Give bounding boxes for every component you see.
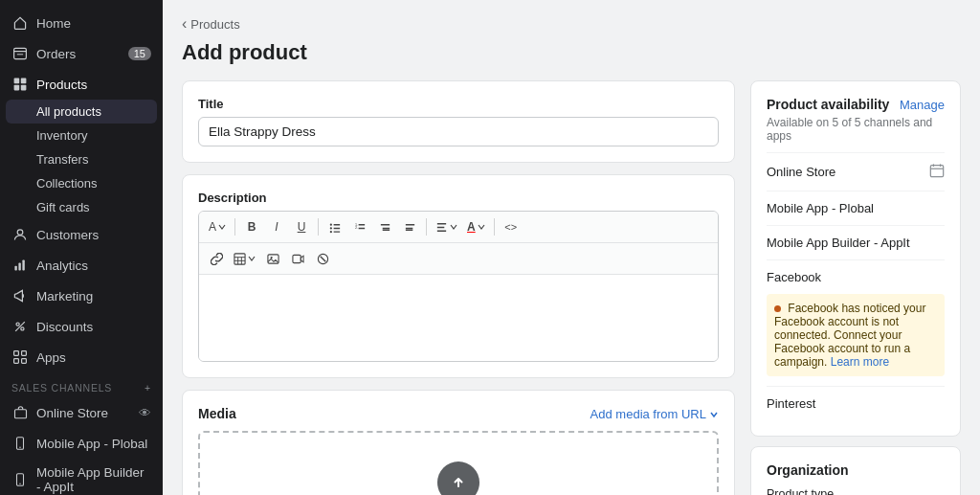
organization-card: Organization Product type e.g. Shirts (750, 446, 961, 495)
bullet-list-btn[interactable] (323, 215, 346, 238)
sidebar-item-customers[interactable]: Customers (0, 219, 163, 250)
sidebar-item-mobile-plobal[interactable]: Mobile App - Plobal (0, 428, 163, 459)
paragraph-dropdown[interactable]: A (205, 215, 230, 238)
svg-rect-0 (14, 48, 27, 58)
sidebar-item-products-label: Products (36, 78, 87, 92)
code-btn[interactable]: <> (500, 215, 523, 238)
product-type-label: Product type (767, 487, 945, 495)
manage-link[interactable]: Manage (900, 98, 945, 112)
table-dropdown[interactable] (230, 247, 259, 270)
sidebar-item-apps[interactable]: Apps (0, 342, 163, 372)
rte-body[interactable] (199, 275, 718, 361)
sidebar-item-discounts[interactable]: Discounts (0, 311, 163, 342)
svg-rect-3 (14, 79, 20, 84)
svg-rect-10 (22, 259, 24, 270)
svg-rect-43 (234, 253, 245, 263)
availability-card: Product availability Manage Available on… (750, 80, 961, 437)
sidebar-item-home[interactable]: Home (0, 8, 163, 38)
side-column: Product availability Manage Available on… (750, 80, 961, 495)
svg-rect-5 (14, 85, 20, 91)
rich-text-editor: A B I U 1.2. (198, 211, 719, 362)
upload-icon (437, 461, 479, 495)
indent-left-btn[interactable] (373, 215, 396, 238)
link-btn[interactable] (205, 247, 228, 270)
bold-btn[interactable]: B (240, 215, 263, 238)
title-input[interactable] (198, 117, 719, 146)
facebook-warning: Facebook has noticed your Facebook accou… (767, 294, 945, 376)
description-card: Description A B I U (182, 174, 735, 378)
ordered-list-btn[interactable]: 1.2. (348, 215, 371, 238)
calendar-icon[interactable] (929, 163, 945, 181)
channel-online-store-label: Online Store (767, 165, 835, 179)
channel-facebook: Facebook Facebook has noticed your Faceb… (767, 259, 945, 386)
sidebar-item-marketing[interactable]: Marketing (0, 281, 163, 311)
video-btn[interactable] (286, 247, 309, 270)
svg-rect-15 (22, 351, 27, 356)
italic-btn[interactable]: I (265, 215, 288, 238)
availability-subtitle: Available on 5 of 5 channels and apps (767, 116, 945, 143)
channel-mobile-plobal: Mobile App - Plobal (767, 191, 945, 225)
toolbar-row-2 (199, 243, 718, 275)
sidebar-item-mobile-builder-label: Mobile App Builder - AppIt (36, 465, 151, 494)
svg-line-52 (320, 256, 325, 261)
svg-text:2.: 2. (354, 226, 357, 230)
availability-header: Product availability Manage (767, 97, 945, 112)
svg-point-24 (329, 223, 331, 225)
svg-rect-9 (18, 263, 20, 271)
text-color-dropdown[interactable]: A (463, 215, 489, 238)
media-header: Media Add media from URL (198, 406, 719, 421)
clear-format-btn[interactable] (311, 247, 334, 270)
svg-point-28 (329, 231, 331, 233)
media-label: Media (198, 406, 236, 421)
svg-point-26 (329, 227, 331, 229)
content-layout: Title Description A B I (182, 80, 961, 495)
add-media-link[interactable]: Add media from URL (590, 407, 719, 421)
svg-rect-53 (930, 166, 943, 177)
sidebar-sub-all-products[interactable]: All products (6, 100, 157, 124)
title-card: Title (182, 80, 735, 163)
apps-icon (11, 349, 29, 366)
svg-point-11 (16, 323, 19, 326)
add-channel-icon[interactable]: + (145, 382, 151, 394)
channel-pinterest-label: Pinterest (767, 396, 815, 411)
breadcrumb[interactable]: ‹ Products (182, 15, 961, 33)
svg-rect-16 (14, 359, 19, 364)
breadcrumb-chevron: ‹ (182, 15, 187, 33)
sidebar-item-mobile-plobal-label: Mobile App - Plobal (36, 437, 147, 451)
svg-rect-6 (21, 85, 27, 91)
marketing-icon (11, 287, 29, 304)
home-icon (11, 14, 29, 32)
align-dropdown[interactable] (432, 215, 461, 238)
sidebar-item-online-store-label: Online Store (36, 406, 108, 420)
sidebar-sub-inventory[interactable]: Inventory (0, 124, 163, 147)
paragraph-label: A (209, 220, 216, 234)
sidebar-item-marketing-label: Marketing (36, 289, 93, 304)
sidebar-item-apps-label: Apps (36, 350, 66, 365)
sidebar-item-products[interactable]: Products (0, 69, 163, 100)
sidebar-sub-gift-cards[interactable]: Gift cards (0, 195, 163, 219)
sidebar-item-online-store[interactable]: Online Store 👁 (0, 397, 163, 428)
svg-point-49 (270, 256, 272, 258)
sales-channels-header: SALES CHANNELS + (0, 372, 163, 397)
online-store-icon (11, 404, 29, 421)
svg-point-7 (17, 230, 23, 236)
svg-rect-48 (267, 254, 278, 262)
image-btn[interactable] (261, 247, 284, 270)
underline-btn[interactable]: U (290, 215, 313, 238)
svg-rect-50 (292, 255, 300, 262)
sidebar-item-mobile-builder[interactable]: Mobile App Builder - AppIt (0, 459, 163, 495)
channel-mobile-builder: Mobile App Builder - AppIt (767, 225, 945, 259)
media-drop-zone[interactable]: Add file or drop files to upload (198, 431, 719, 495)
channel-pinterest: Pinterest (767, 386, 945, 420)
main-content: ‹ Products Add product Title Description… (163, 0, 980, 495)
eye-icon[interactable]: 👁 (139, 406, 151, 420)
sidebar-sub-collections[interactable]: Collections (0, 171, 163, 195)
sidebar-item-analytics[interactable]: Analytics (0, 250, 163, 281)
sidebar-item-customers-label: Customers (36, 228, 99, 242)
sidebar-item-orders[interactable]: Orders 15 (0, 38, 163, 69)
sidebar-sub-transfers[interactable]: Transfers (0, 147, 163, 171)
learn-more-link[interactable]: Learn more (831, 355, 889, 369)
indent-right-btn[interactable] (398, 215, 421, 238)
svg-rect-14 (14, 351, 19, 356)
analytics-icon (11, 257, 29, 274)
